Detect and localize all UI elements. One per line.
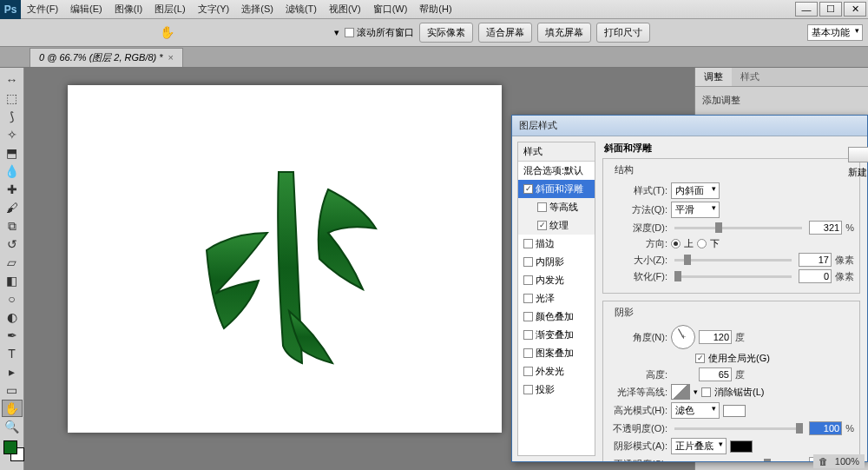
eraser-tool[interactable]: ▱	[2, 254, 23, 271]
zoom-level[interactable]: 100%	[835, 456, 859, 467]
foreground-color-swatch[interactable]	[3, 440, 17, 454]
path-select-tool[interactable]: ▸	[2, 363, 23, 381]
global-light-checkbox[interactable]	[695, 354, 705, 363]
menu-view[interactable]: 视图(V)	[323, 3, 367, 16]
shape-tool[interactable]: ▭	[2, 381, 23, 399]
checkbox-icon[interactable]	[537, 202, 547, 212]
fill-screen-button[interactable]: 填充屏幕	[537, 23, 591, 43]
gradient-tool[interactable]: ◧	[2, 272, 23, 289]
effect-pattern-overlay[interactable]: 图案叠加	[518, 344, 595, 362]
checkbox-icon[interactable]	[523, 312, 533, 321]
tab-styles[interactable]: 样式	[732, 68, 768, 86]
dir-down-radio[interactable]	[697, 239, 707, 248]
menu-window[interactable]: 窗口(W)	[367, 3, 414, 16]
tab-close-icon[interactable]: ×	[168, 52, 174, 63]
checkbox-icon[interactable]	[523, 385, 533, 394]
effect-contour[interactable]: 等高线	[518, 198, 595, 216]
highlight-opacity-input[interactable]	[809, 421, 842, 435]
soften-slider[interactable]	[674, 275, 792, 278]
checkbox-icon[interactable]	[537, 221, 547, 230]
antialias-checkbox[interactable]	[701, 387, 711, 397]
zoom-tool[interactable]: 🔍	[2, 418, 23, 435]
dropdown-icon[interactable]: ▾	[694, 387, 698, 396]
stamp-tool[interactable]: ⧉	[2, 217, 23, 235]
hand-tool[interactable]: ✋	[2, 400, 23, 417]
menu-help[interactable]: 帮助(H)	[413, 3, 457, 16]
workspace-select[interactable]: 基本功能	[807, 24, 863, 41]
shadow-mode-select[interactable]: 正片叠底	[671, 438, 727, 454]
history-brush-tool[interactable]: ↺	[2, 235, 23, 253]
marquee-tool[interactable]: ⬚	[2, 89, 23, 107]
fit-screen-button[interactable]: 适合屏幕	[478, 23, 532, 43]
style-select[interactable]: 内斜面	[671, 182, 720, 199]
dodge-tool[interactable]: ◐	[2, 308, 23, 326]
effect-color-overlay[interactable]: 颜色叠加	[518, 308, 595, 326]
checkbox-icon[interactable]	[523, 184, 533, 194]
depth-slider[interactable]	[674, 227, 802, 229]
shadow-color-swatch[interactable]	[730, 440, 753, 453]
blur-tool[interactable]: ○	[2, 290, 23, 308]
menu-image[interactable]: 图像(I)	[108, 3, 148, 16]
tab-adjustments[interactable]: 调整	[695, 68, 732, 86]
effect-inner-shadow[interactable]: 内阴影	[518, 253, 595, 271]
checkbox-icon[interactable]	[523, 275, 533, 285]
checkbox-icon[interactable]	[523, 367, 533, 376]
brush-tool[interactable]: 🖌	[2, 199, 23, 216]
checkbox-icon[interactable]	[523, 348, 533, 358]
menu-filter[interactable]: 滤镜(T)	[279, 3, 323, 16]
menu-file[interactable]: 文件(F)	[21, 3, 64, 16]
dir-up-radio[interactable]	[671, 239, 681, 248]
new-style-button[interactable]: 新建	[848, 166, 868, 179]
effect-texture[interactable]: 纹理	[518, 216, 595, 235]
canvas[interactable]	[68, 85, 502, 433]
move-tool[interactable]: ↔	[2, 71, 23, 89]
dropdown-icon[interactable]: ▾	[334, 27, 339, 38]
highlight-mode-select[interactable]: 滤色	[671, 402, 720, 419]
gloss-contour-picker[interactable]	[671, 384, 690, 400]
angle-wheel[interactable]	[671, 325, 695, 349]
effect-stroke[interactable]: 描边	[518, 235, 595, 253]
size-input[interactable]	[799, 253, 832, 267]
effect-bevel[interactable]: 斜面和浮雕	[518, 180, 595, 198]
print-size-button[interactable]: 打印尺寸	[596, 23, 650, 43]
soften-input[interactable]	[799, 269, 832, 283]
close-button[interactable]: ✕	[844, 2, 866, 17]
blending-options-row[interactable]: 混合选项:默认	[518, 162, 595, 180]
effect-drop-shadow[interactable]: 投影	[518, 381, 595, 399]
actual-pixels-button[interactable]: 实际像素	[419, 23, 473, 43]
ok-button[interactable]	[848, 147, 868, 162]
effect-outer-glow[interactable]: 外发光	[518, 362, 595, 381]
menu-layer[interactable]: 图层(L)	[148, 3, 191, 16]
lasso-tool[interactable]: ⟆	[2, 108, 23, 125]
checkbox-icon[interactable]	[523, 257, 533, 267]
checkbox-icon[interactable]	[523, 239, 533, 248]
checkbox-icon[interactable]	[523, 294, 533, 303]
checkbox-icon[interactable]	[523, 330, 533, 340]
dialog-title[interactable]: 图层样式	[512, 116, 867, 136]
maximize-button[interactable]: ☐	[819, 2, 842, 17]
pen-tool[interactable]: ✒	[2, 327, 23, 344]
menu-edit[interactable]: 编辑(E)	[64, 3, 108, 16]
crop-tool[interactable]: ⬒	[2, 144, 23, 162]
menu-select[interactable]: 选择(S)	[235, 3, 279, 16]
document-tab[interactable]: 0 @ 66.7% (图层 2, RGB/8) * ×	[30, 48, 183, 67]
effect-inner-glow[interactable]: 内发光	[518, 271, 595, 289]
scroll-all-checkbox[interactable]: 滚动所有窗口	[345, 26, 414, 39]
technique-select[interactable]: 平滑	[671, 202, 720, 218]
trash-icon[interactable]: 🗑	[819, 456, 828, 467]
wand-tool[interactable]: ✧	[2, 126, 23, 143]
size-slider[interactable]	[674, 259, 792, 261]
color-swatches[interactable]	[0, 437, 23, 471]
heal-tool[interactable]: ✚	[2, 181, 23, 198]
menu-type[interactable]: 文字(Y)	[192, 3, 236, 16]
effect-gradient-overlay[interactable]: 渐变叠加	[518, 326, 595, 344]
highlight-color-swatch[interactable]	[723, 405, 746, 417]
highlight-opacity-slider[interactable]	[674, 427, 802, 430]
angle-input[interactable]	[699, 330, 732, 344]
minimize-button[interactable]: —	[795, 2, 818, 17]
type-tool[interactable]: T	[2, 345, 23, 362]
altitude-input[interactable]	[699, 367, 732, 381]
eyedropper-tool[interactable]: 💧	[2, 162, 23, 180]
depth-input[interactable]	[809, 221, 842, 235]
effect-satin[interactable]: 光泽	[518, 289, 595, 308]
